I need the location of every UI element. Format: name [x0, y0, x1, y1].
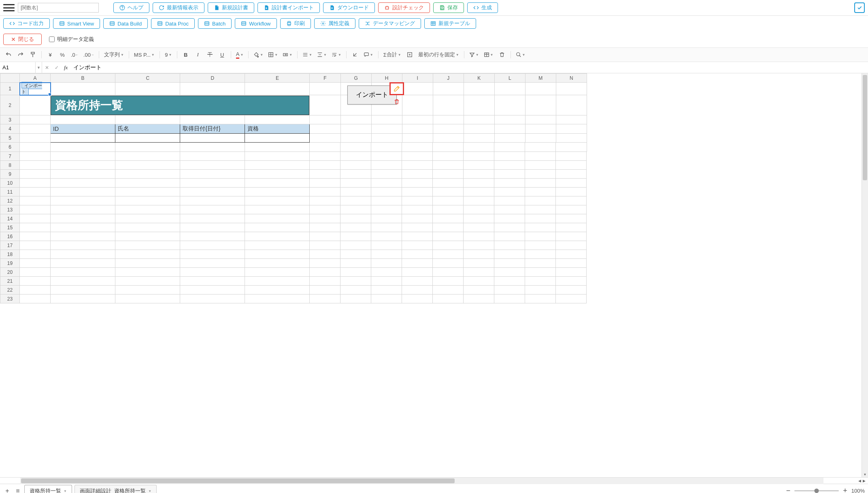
- halign-button[interactable]: ▼: [301, 49, 314, 60]
- table-cell[interactable]: [180, 134, 245, 143]
- row-header[interactable]: 3: [0, 115, 20, 124]
- cell[interactable]: [525, 115, 556, 124]
- cell[interactable]: [464, 214, 494, 223]
- cell[interactable]: [525, 134, 556, 143]
- cell[interactable]: [20, 214, 51, 223]
- zoom-in-button[interactable]: +: [843, 487, 847, 493]
- latest-info-button[interactable]: 最新情報表示: [153, 2, 204, 13]
- cell[interactable]: [556, 214, 587, 223]
- cell[interactable]: [310, 214, 340, 223]
- zoom-out-button[interactable]: −: [786, 487, 791, 493]
- cell[interactable]: [20, 134, 51, 143]
- cell[interactable]: [245, 196, 310, 205]
- cell[interactable]: [433, 179, 464, 188]
- table-header-id[interactable]: ID: [51, 124, 115, 134]
- cell[interactable]: [556, 115, 587, 124]
- cell[interactable]: [402, 161, 433, 170]
- col-header[interactable]: I: [402, 74, 433, 83]
- cell[interactable]: [494, 223, 525, 232]
- cell[interactable]: [180, 196, 245, 205]
- sheet-tab-1[interactable]: 資格所持一覧▼: [24, 485, 72, 493]
- cell[interactable]: [525, 205, 556, 214]
- cell[interactable]: [433, 83, 464, 95]
- cell[interactable]: [245, 286, 310, 295]
- sum-button[interactable]: Σ 合計▼: [382, 49, 403, 60]
- cell[interactable]: [245, 83, 310, 95]
- cell[interactable]: [340, 250, 371, 259]
- cell[interactable]: [494, 83, 525, 95]
- cell[interactable]: [51, 223, 115, 232]
- currency-button[interactable]: ¥: [45, 49, 55, 60]
- cell[interactable]: [115, 259, 180, 268]
- cell[interactable]: [433, 232, 464, 241]
- cell[interactable]: [371, 286, 402, 295]
- cell[interactable]: [51, 214, 115, 223]
- table-header-qual[interactable]: 資格: [245, 124, 310, 134]
- table-cell[interactable]: [245, 134, 310, 143]
- horizontal-scrollbar[interactable]: [20, 478, 823, 484]
- cell[interactable]: [20, 188, 51, 196]
- accept-formula-button[interactable]: ✓: [52, 62, 62, 73]
- cell[interactable]: [402, 196, 433, 205]
- cell[interactable]: [494, 188, 525, 196]
- cell[interactable]: [20, 232, 51, 241]
- cell[interactable]: [525, 277, 556, 286]
- cell[interactable]: [310, 268, 340, 277]
- row-header[interactable]: 2: [0, 95, 20, 115]
- cell[interactable]: [402, 232, 433, 241]
- cell[interactable]: [51, 196, 115, 205]
- cell[interactable]: [556, 134, 587, 143]
- cell[interactable]: [494, 170, 525, 179]
- cell[interactable]: [115, 152, 180, 161]
- cell[interactable]: [433, 223, 464, 232]
- cell[interactable]: [494, 232, 525, 241]
- cell[interactable]: [525, 295, 556, 303]
- cell[interactable]: [340, 214, 371, 223]
- cell[interactable]: [180, 188, 245, 196]
- cell[interactable]: [115, 115, 180, 124]
- filter-button[interactable]: ▼: [468, 49, 481, 60]
- cell[interactable]: [20, 241, 51, 250]
- bold-button[interactable]: B: [181, 49, 191, 60]
- font-select[interactable]: MS P...▼: [132, 49, 156, 60]
- data-mapping-button[interactable]: データマッピング: [359, 18, 421, 29]
- cell[interactable]: [180, 268, 245, 277]
- col-header[interactable]: A: [20, 74, 51, 83]
- col-header[interactable]: M: [525, 74, 556, 83]
- cell[interactable]: [525, 268, 556, 277]
- cell[interactable]: [310, 179, 340, 188]
- cell[interactable]: [433, 115, 464, 124]
- cell[interactable]: [402, 214, 433, 223]
- cell[interactable]: [494, 295, 525, 303]
- cell[interactable]: [340, 259, 371, 268]
- cell[interactable]: [402, 205, 433, 214]
- cell[interactable]: [402, 95, 433, 115]
- name-box[interactable]: [0, 62, 36, 73]
- merge-button[interactable]: ▼: [281, 49, 294, 60]
- search-button[interactable]: ▼: [514, 49, 527, 60]
- cell[interactable]: [180, 232, 245, 241]
- cell[interactable]: [51, 232, 115, 241]
- format-painter-button[interactable]: [28, 49, 38, 60]
- cell[interactable]: [494, 134, 525, 143]
- cell[interactable]: [20, 124, 51, 134]
- cell[interactable]: [494, 286, 525, 295]
- cell[interactable]: [371, 188, 402, 196]
- cell[interactable]: [464, 115, 494, 124]
- cell[interactable]: [371, 196, 402, 205]
- cell[interactable]: [402, 115, 433, 124]
- new-table-button[interactable]: 新規テーブル: [424, 18, 476, 29]
- cell[interactable]: [310, 241, 340, 250]
- cell[interactable]: [310, 205, 340, 214]
- cell[interactable]: [340, 205, 371, 214]
- cell[interactable]: [494, 268, 525, 277]
- cell[interactable]: [340, 161, 371, 170]
- cell[interactable]: [20, 179, 51, 188]
- col-header[interactable]: F: [310, 74, 340, 83]
- cell[interactable]: [340, 268, 371, 277]
- cell[interactable]: [180, 277, 245, 286]
- detail-data-def-checkbox[interactable]: 明細データ定義: [49, 36, 94, 43]
- close-button[interactable]: 閉じる: [3, 34, 42, 45]
- data-proc-button[interactable]: Data Proc: [151, 18, 195, 29]
- cell[interactable]: [20, 268, 51, 277]
